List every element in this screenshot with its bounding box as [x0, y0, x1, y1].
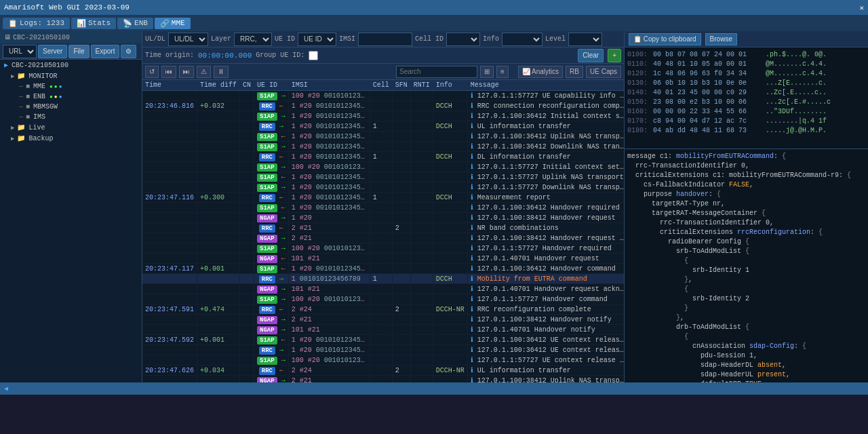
step-fwd-btn[interactable]: ⏭	[179, 66, 194, 78]
sidebar-item-ims[interactable]: — ■ IMS	[0, 112, 142, 122]
export-btn[interactable]: Export	[91, 45, 120, 58]
browse-btn[interactable]: Browse	[705, 33, 737, 45]
analytics-btn[interactable]: 📈 Analytics	[518, 66, 563, 78]
table-row[interactable]: S1AP → 100 #20 001010123456789 ℹ 127.0.1…	[142, 91, 624, 101]
hex-view-btn[interactable]: ⊞	[480, 66, 494, 78]
sidebar-item-root[interactable]: ▶ CBC-2021050100	[0, 60, 142, 71]
sidebar-item-mbmsgw[interactable]: — ■ MBMSGW	[0, 102, 142, 112]
cell-timediff	[197, 121, 240, 132]
sidebar-item-live[interactable]: ▶ 📁 Live	[0, 122, 142, 133]
group-ueid-checkbox[interactable]	[309, 51, 318, 60]
table-row[interactable]: NGAP ← 101 #21 ℹ 127.0.1.40701 Handover …	[142, 254, 624, 264]
cell-sfn	[392, 376, 410, 383]
uldl-select[interactable]: UL/DL UL DL	[168, 33, 208, 46]
level-select[interactable]	[568, 33, 602, 46]
table-row[interactable]: S1AP ← 1 #20 001010123456789 ℹ 127.0.1.1…	[142, 172, 624, 182]
table-row[interactable]: S1AP ← 1 #20 001010123456789 ℹ 127.0.1.1…	[142, 132, 624, 142]
sidebar-item-enb[interactable]: — ■ ENB ● ● ●	[0, 92, 142, 102]
table-row[interactable]: NGAP → 101 #21 ℹ 127.0.1.40701 Handover …	[142, 325, 624, 335]
cell-info	[433, 111, 467, 121]
cell-cell	[370, 223, 392, 233]
ue-caps-btn[interactable]: UE Caps	[586, 66, 621, 78]
cell-cell	[370, 162, 392, 172]
cell-cn	[240, 223, 254, 233]
table-row[interactable]: RRC ← 1 #20 001010123456789 1 DCCH ℹ DL …	[142, 152, 624, 162]
cell-timediff	[197, 233, 240, 243]
cell-time: 20:23:47.592	[142, 335, 197, 345]
table-row[interactable]: NGAP → 1 #20 ℹ 127.0.1.100:38412 Handove…	[142, 213, 624, 223]
cell-imsi: 2 #21	[288, 233, 370, 243]
table-row[interactable]: S1AP → 100 #20 001010123456789 ℹ 127.0.1…	[142, 162, 624, 172]
copy-clipboard-btn[interactable]: 📋 Copy to clipboard	[629, 33, 701, 45]
tab-mme[interactable]: 🔗 MME	[155, 18, 191, 29]
cell-cell	[370, 325, 392, 335]
tab-logs[interactable]: 📋 Logs: 1233	[3, 18, 70, 29]
warning-btn[interactable]: ⚠	[197, 66, 211, 78]
tab-stats[interactable]: 📊 Stats	[71, 18, 116, 29]
layer-select[interactable]: RRC, RRC S1AP	[234, 33, 272, 46]
rb-btn[interactable]: RB	[566, 66, 583, 78]
cell-cell	[370, 264, 392, 274]
cell-sfn: 2	[392, 366, 410, 376]
cell-ueid: S1AP ←	[254, 132, 289, 142]
text-view-btn[interactable]: ≡	[496, 66, 509, 78]
table-row[interactable]: 20:23:47.626 +0.034 RRC ← 2 #24 2 DCCH-N…	[142, 366, 624, 376]
sidebar-item-mme[interactable]: — ■ MME ● ● ●	[0, 81, 142, 92]
imsi-label: IMSI	[339, 35, 355, 43]
clear-btn[interactable]: Clear	[578, 49, 604, 62]
cell-ueid: S1AP →	[254, 162, 289, 172]
cell-cell	[370, 101, 392, 111]
server-btn[interactable]: Server	[38, 45, 67, 58]
table-row[interactable]: 20:23:47.116 +0.300 RRC ← 1 #20 00101012…	[142, 193, 624, 203]
cell-timediff	[197, 111, 240, 121]
refresh-btn[interactable]: ↺	[145, 66, 159, 78]
tab-enb[interactable]: 📡 ENB	[117, 18, 153, 29]
info-select[interactable]	[502, 33, 542, 46]
table-row[interactable]: S1AP ← 1 #20 001010123456789 ℹ 127.0.1.1…	[142, 203, 624, 213]
table-row[interactable]: NGAP → 2 #21 ℹ 127.0.1.100:38412 Handove…	[142, 315, 624, 325]
cell-cell	[370, 142, 392, 152]
table-row[interactable]: RRC → 1 #20 001010123456789 ℹ 127.0.1.10…	[142, 345, 624, 355]
imsi-input[interactable]	[358, 33, 412, 46]
sidebar-item-monitor[interactable]: ▶ 📁 MONITOR	[0, 71, 142, 81]
cell-rnti	[410, 254, 433, 264]
ueid-select[interactable]: UE ID	[298, 33, 336, 46]
table-row[interactable]: S1AP → 1 #20 001010123456789 ℹ 127.0.1.1…	[142, 142, 624, 152]
table-row[interactable]: 20:23:47.591 +0.474 RRC ← 2 #24 2 DCCH-N…	[142, 304, 624, 315]
table-row[interactable]: 20:23:47.117 +0.001 S1AP ← 1 #20 0010101…	[142, 264, 624, 274]
pause-btn[interactable]: ⏸	[214, 66, 229, 78]
table-row[interactable]: RRC → 1 #20 001010123456789 1 DCCH ℹ UL …	[142, 121, 624, 132]
code-line: criticalExtensions c1: mobilityFromEUTRA…	[627, 171, 865, 180]
close-icon[interactable]: ✕	[859, 3, 864, 12]
table-row[interactable]: 20:23:46.816 +0.032 RRC ← 1 #20 00101012…	[142, 101, 624, 111]
file-btn[interactable]: File	[68, 45, 89, 58]
table-row[interactable]: S1AP → 100 #20 001010123456789 ℹ 127.0.1…	[142, 243, 624, 254]
sidebar-item-backup[interactable]: ▶ 📁 Backup	[0, 133, 142, 144]
cellid-select[interactable]	[446, 33, 480, 46]
connection-select[interactable]: URL	[3, 45, 37, 58]
table-row[interactable]: S1AP → 100 #20 001010123456789 ℹ 127.0.1…	[142, 294, 624, 304]
cell-cn	[240, 366, 254, 376]
cell-rnti	[410, 325, 433, 335]
table-row[interactable]: NGAP → 2 #21 ℹ 127.0.1.100:38412 Handove…	[142, 233, 624, 243]
cell-timediff	[197, 152, 240, 162]
cell-sfn	[392, 294, 410, 304]
cell-message: ℹ Measurement report	[467, 193, 624, 203]
table-row[interactable]: NGAP → 2 #21 ℹ 127.0.1.100:38412 Uplink …	[142, 376, 624, 383]
title-bar: Amarisoft Web GUI 2023-03-09 ✕	[0, 0, 868, 15]
table-row[interactable]: S1AP → 1 #20 001010123456789 ℹ 127.0.1.1…	[142, 111, 624, 121]
table-row[interactable]: RRC ← 2 #21 2 ℹ NR band combinations	[142, 223, 624, 233]
search-input[interactable]	[396, 66, 477, 78]
table-row[interactable]: S1AP → 1 #20 001010123456789 ℹ 127.0.1.1…	[142, 182, 624, 193]
cell-info: DCCH	[433, 274, 467, 284]
table-row[interactable]: 20:23:47.592 +0.001 S1AP ← 1 #20 0010101…	[142, 335, 624, 345]
step-back-btn[interactable]: ⏮	[161, 66, 176, 78]
add-btn[interactable]: +	[608, 49, 621, 62]
cell-cell	[370, 284, 392, 294]
cell-sfn	[392, 254, 410, 264]
table-row[interactable]: NGAP → 101 #21 ℹ 127.0.1.40701 Handover …	[142, 284, 624, 294]
settings-btn[interactable]: ⚙	[121, 45, 136, 58]
cell-rnti	[410, 355, 433, 366]
table-row[interactable]: S1AP → 100 #20 001010123456789 ℹ 127.0.1…	[142, 355, 624, 366]
table-row[interactable]: RRC → 1 001010123456789 1 DCCH ℹ Mobilit…	[142, 274, 624, 284]
